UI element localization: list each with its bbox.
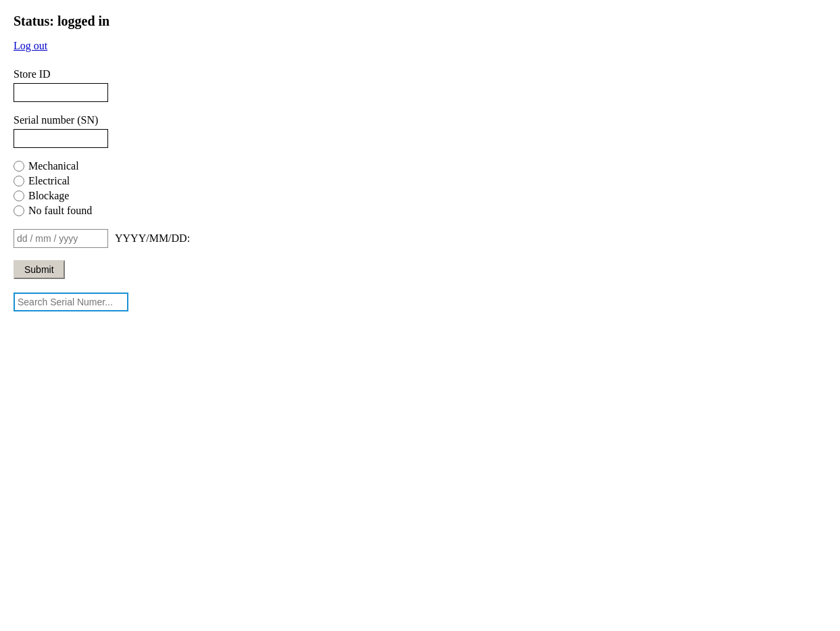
radio-no-fault[interactable]	[14, 205, 24, 216]
search-group	[14, 293, 826, 311]
date-input[interactable]	[14, 229, 108, 248]
store-id-group: Store ID	[14, 68, 826, 102]
status-title: Status: logged in	[14, 14, 826, 29]
store-id-label: Store ID	[14, 68, 826, 80]
submit-button[interactable]: Submit	[14, 260, 65, 279]
serial-number-label: Serial number (SN)	[14, 114, 826, 126]
radio-electrical-label: Electrical	[28, 175, 70, 187]
radio-item-blockage: Blockage	[14, 190, 826, 202]
serial-number-group: Serial number (SN)	[14, 114, 826, 148]
logout-link[interactable]: Log out	[14, 40, 47, 52]
store-id-input[interactable]	[14, 83, 108, 102]
date-row: YYYY/MM/DD:	[14, 229, 826, 248]
radio-mechanical-label: Mechanical	[28, 160, 79, 172]
radio-electrical[interactable]	[14, 176, 24, 186]
radio-no-fault-label: No fault found	[28, 205, 92, 217]
radio-item-mechanical: Mechanical	[14, 160, 826, 172]
radio-item-electrical: Electrical	[14, 175, 826, 187]
radio-item-no-fault: No fault found	[14, 205, 826, 217]
fault-type-group: Mechanical Electrical Blockage No fault …	[14, 160, 826, 217]
search-serial-input[interactable]	[14, 293, 128, 311]
radio-blockage[interactable]	[14, 191, 24, 201]
radio-blockage-label: Blockage	[28, 190, 69, 202]
radio-mechanical[interactable]	[14, 161, 24, 172]
date-label: YYYY/MM/DD:	[115, 232, 190, 245]
serial-number-input[interactable]	[14, 129, 108, 148]
